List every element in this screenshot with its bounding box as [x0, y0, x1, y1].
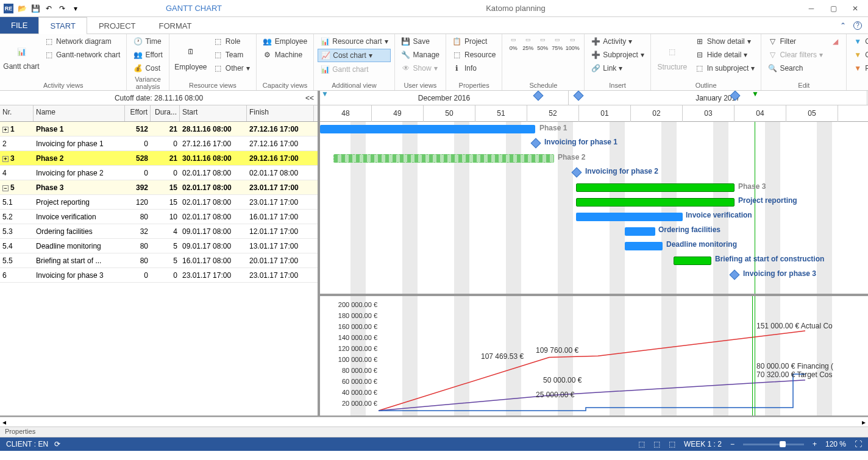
- other-button[interactable]: ⬚Other ▾: [211, 62, 252, 74]
- bar-briefing[interactable]: [674, 257, 711, 265]
- resource-chart-button[interactable]: 📊Resource chart ▾: [318, 35, 390, 48]
- project-start-button[interactable]: ▼Project start ▾: [850, 62, 868, 74]
- view-icon-2[interactable]: ⬚: [653, 440, 660, 448]
- pct75-button[interactable]: ▭75%: [550, 35, 564, 52]
- tab-project[interactable]: PROJECT: [87, 17, 148, 34]
- subproject-button[interactable]: ➕Subproject ▾: [588, 49, 646, 61]
- pct100-button[interactable]: ▭100%: [564, 35, 580, 52]
- show-detail-button[interactable]: ⊞Show detail ▾: [692, 35, 758, 48]
- activity-button[interactable]: ➕Activity ▾: [588, 35, 646, 48]
- clear-filters-button[interactable]: ▽Clear filters ▾: [765, 49, 825, 61]
- group-label: Edit: [765, 80, 842, 90]
- table-row[interactable]: 5.1Project reporting1201502.01.17 08:002…: [0, 195, 318, 210]
- open-icon[interactable]: 📂: [17, 4, 27, 13]
- money-icon: 💰: [133, 63, 143, 73]
- search-button[interactable]: 🔍Search: [765, 62, 825, 74]
- zoom-fit-icon[interactable]: ⛶: [855, 440, 862, 448]
- employee-view-button[interactable]: 🗓Employee: [173, 35, 208, 78]
- maximize-button[interactable]: ▢: [823, 2, 844, 15]
- cost-chart-button[interactable]: 📈Cost chart ▾: [318, 49, 390, 62]
- close-button[interactable]: ✕: [845, 2, 866, 15]
- milestone[interactable]: [572, 168, 582, 178]
- table-row[interactable]: −5Phase 33921502.01.17 08:0023.01.17 17:…: [0, 180, 318, 195]
- qa-dropdown-icon[interactable]: ▾: [71, 4, 80, 13]
- horizontal-scrollbar[interactable]: ◂▸: [0, 417, 868, 426]
- gantt-network-button[interactable]: ⬚Gantt-network chart: [41, 49, 123, 61]
- structure-button[interactable]: ⬚Structure: [655, 35, 690, 78]
- zoom-out-button[interactable]: −: [730, 440, 735, 448]
- resource-props-button[interactable]: ⬚Resource: [450, 49, 498, 61]
- pct0-button[interactable]: ▭0%: [506, 35, 521, 52]
- save-icon[interactable]: 💾: [30, 4, 40, 13]
- table-row[interactable]: +1Phase 15122128.11.16 08:0027.12.16 17:…: [0, 122, 318, 136]
- tab-start[interactable]: START: [38, 17, 87, 34]
- col-effort[interactable]: Effort: [125, 105, 151, 121]
- file-menu[interactable]: FILE: [0, 17, 38, 34]
- table-row[interactable]: 2Invoicing for phase 10027.12.16 17:0027…: [0, 136, 318, 151]
- refresh-icon[interactable]: ⟳: [54, 440, 60, 448]
- effort-button[interactable]: 👥Effort: [130, 49, 165, 61]
- redo-icon[interactable]: ↷: [57, 4, 67, 13]
- save-view-button[interactable]: 💾Save: [399, 35, 442, 48]
- show-button[interactable]: 👁Show ▾: [399, 62, 442, 74]
- table-row[interactable]: 5.4Deadline monitoring80509.01.17 08:001…: [0, 239, 318, 253]
- view-icon-1[interactable]: ⬚: [638, 440, 645, 448]
- bar-deadline[interactable]: [625, 242, 663, 250]
- collapse-ribbon-icon[interactable]: ⌃: [840, 21, 846, 30]
- cost-button[interactable]: 💰Cost: [130, 62, 165, 74]
- undo-icon[interactable]: ↶: [44, 4, 54, 13]
- eraser-button[interactable]: ◢: [828, 35, 842, 48]
- properties-panel-header[interactable]: Properties: [0, 426, 868, 437]
- collapse-left-button[interactable]: <<: [305, 94, 314, 102]
- table-row[interactable]: +3Phase 25282130.11.16 08:0029.12.16 17:…: [0, 151, 318, 166]
- in-subproject-button[interactable]: ⬚In subproject ▾: [692, 62, 758, 74]
- table-row[interactable]: 5.3Ordering facilities32409.01.17 08:001…: [0, 224, 318, 239]
- gantt-chart-button[interactable]: 📊Gantt chart: [4, 35, 39, 78]
- zoom-in-button[interactable]: +: [813, 440, 817, 448]
- col-dur[interactable]: Dura...: [151, 105, 180, 121]
- pct25-button[interactable]: ▭25%: [521, 35, 535, 52]
- view-icon-3[interactable]: ⬚: [669, 440, 675, 448]
- cutoff-date-button[interactable]: ▼Cutoff date: [850, 35, 868, 48]
- bar-phase1[interactable]: [320, 125, 535, 133]
- manage-button[interactable]: 🔧Manage: [399, 49, 442, 61]
- col-name[interactable]: Name: [34, 105, 125, 121]
- bar-phase2[interactable]: [333, 154, 554, 163]
- info-icon: ℹ: [452, 63, 462, 73]
- team-button[interactable]: ⬚Team: [211, 49, 252, 61]
- role-button[interactable]: ⬚Role: [211, 35, 252, 48]
- table-row[interactable]: 5.5Briefing at start of ...80516.01.17 0…: [0, 253, 318, 268]
- help-icon[interactable]: ?: [853, 21, 862, 30]
- col-finish[interactable]: Finish: [247, 105, 314, 121]
- project-props-button[interactable]: 📋Project: [450, 35, 498, 48]
- network-diagram-button[interactable]: ⬚Network diagram: [41, 35, 123, 48]
- bar-phase3[interactable]: [576, 183, 735, 192]
- bar-label: Ordering facilities: [658, 225, 720, 234]
- marker-start-icon: ▼: [321, 91, 329, 98]
- bar-reporting[interactable]: [576, 198, 735, 207]
- minimize-button[interactable]: ─: [801, 2, 822, 15]
- info-button[interactable]: ℹInfo: [450, 62, 498, 74]
- col-start[interactable]: Start: [180, 105, 247, 121]
- gantt-chart-addl-button[interactable]: 📊Gantt chart: [318, 63, 390, 76]
- bar-invver[interactable]: [576, 213, 683, 221]
- hide-detail-button[interactable]: ⊟Hide detail ▾: [692, 49, 758, 61]
- filter-button[interactable]: ▽Filter: [765, 35, 825, 48]
- line-chart-icon: 📈: [321, 51, 330, 60]
- time-button[interactable]: 🕐Time: [130, 35, 165, 48]
- milestone[interactable]: [730, 270, 740, 280]
- table-row[interactable]: 5.2Invoice verification801002.01.17 08:0…: [0, 210, 318, 224]
- zoom-slider[interactable]: [743, 444, 804, 445]
- tab-format[interactable]: FORMAT: [148, 17, 204, 34]
- col-nr[interactable]: Nr.: [0, 105, 34, 121]
- table-row[interactable]: 4Invoicing for phase 20002.01.17 08:0002…: [0, 166, 318, 180]
- link-button[interactable]: 🔗Link ▾: [588, 62, 646, 74]
- pct50-button[interactable]: ▭50%: [535, 35, 550, 52]
- cap-employee-button[interactable]: 👥Employee: [260, 35, 310, 48]
- current-date-button[interactable]: ▼Current date: [850, 49, 868, 61]
- cap-machine-button[interactable]: ⚙Machine: [260, 49, 310, 61]
- chart-plot-area[interactable]: 200 000.00 €180 000.00 €160 000.00 €140 …: [320, 296, 868, 416]
- milestone[interactable]: [531, 138, 541, 149]
- table-row[interactable]: 6Invoicing for phase 30023.01.17 17:0023…: [0, 268, 318, 283]
- bar-ordering[interactable]: [625, 227, 655, 236]
